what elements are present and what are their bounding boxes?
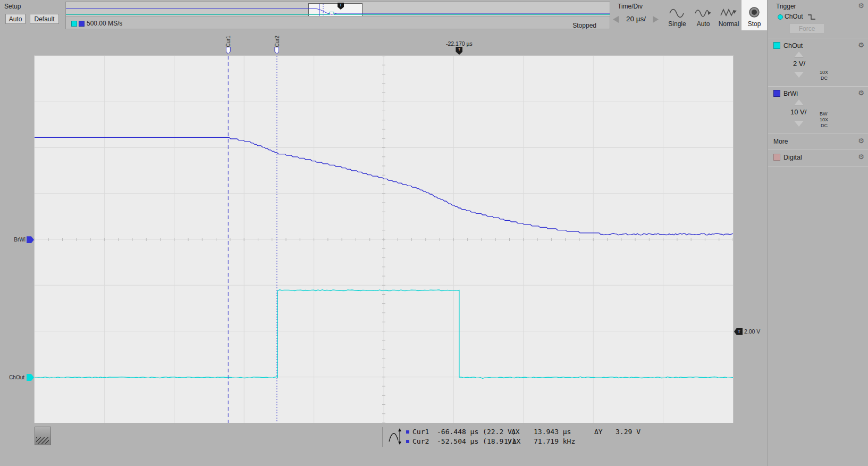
timediv-label: Time/Div <box>618 3 643 10</box>
waveform-plot[interactable] <box>35 56 733 423</box>
timediv-value: 20 µs/ <box>626 15 646 23</box>
trigger-source-color-dot <box>778 14 783 20</box>
trigger-gear-icon[interactable]: ⚙ <box>858 2 864 9</box>
chout-badge-10x: 10X <box>820 70 828 75</box>
brwi-badge-10x: 10X <box>820 117 828 122</box>
more-gear-icon[interactable]: ⚙ <box>858 137 864 144</box>
digital-channel-swatch[interactable] <box>773 154 780 161</box>
brwi-ground-marker[interactable] <box>27 236 34 243</box>
falling-edge-icon <box>807 14 816 20</box>
trigger-position-handle[interactable]: T <box>456 47 462 55</box>
digital-gear-icon[interactable]: ⚙ <box>858 153 864 160</box>
cur1-bullet <box>406 430 409 434</box>
chout-scale-value: 2 V/ <box>793 60 805 68</box>
more-label: More <box>773 138 788 145</box>
normal-label: Normal <box>719 20 739 28</box>
cur1-name: Cur1 <box>412 428 429 436</box>
cursor2-handle[interactable] <box>274 47 279 54</box>
measurement-bar: Cur1 -66.448 µs (22.2 V) ΔX 13.943 µs ΔY… <box>0 423 768 466</box>
brwi-scale-up-arrow[interactable] <box>794 99 804 105</box>
dy-label: ΔY <box>594 428 603 436</box>
dx-value: 13.943 µs <box>534 428 571 436</box>
trigger-level-label: 2.00 V <box>744 328 760 335</box>
chout-channel-swatch[interactable] <box>773 42 780 49</box>
cursor1-handle[interactable] <box>226 47 231 54</box>
trigger-time-label: -22.170 µs <box>435 40 483 47</box>
brwi-channel-swatch[interactable] <box>773 90 780 97</box>
cur2-name: Cur2 <box>412 437 429 445</box>
sample-rate-text: 500.00 MS/s <box>87 20 122 27</box>
chout-color-swatch <box>71 21 77 27</box>
setup-label: Setup <box>4 3 21 10</box>
trigger-source-label: ChOut <box>785 13 803 20</box>
brwi-badge-bw: BW <box>820 111 828 117</box>
single-icon <box>669 8 686 19</box>
timediv-decrease-arrow[interactable] <box>613 16 619 23</box>
divider <box>382 427 383 447</box>
stop-label: Stop <box>748 20 761 28</box>
chout-scale-down-arrow[interactable] <box>794 72 804 78</box>
acquisition-status-text: Stopped <box>572 22 596 29</box>
brwi-gear-icon[interactable]: ⚙ <box>858 89 864 96</box>
cursor2-label: Cur2 <box>274 34 280 47</box>
brwi-ground-label: BrWi <box>3 237 26 243</box>
dx-label: ΔX <box>511 428 520 436</box>
auto-label: Auto <box>697 20 710 28</box>
measurement-drawer-handle[interactable] <box>35 427 51 445</box>
chout-ground-label: ChOut <box>0 375 24 380</box>
setup-auto-button[interactable]: Auto <box>5 14 26 24</box>
timediv-increase-arrow[interactable] <box>653 16 659 23</box>
stop-icon <box>748 6 761 19</box>
setup-default-button[interactable]: Default <box>30 14 59 24</box>
dy-value: 3.29 V <box>616 428 641 436</box>
fx-value: 71.719 kHz <box>534 437 575 445</box>
cursor1-label: Cur1 <box>225 34 231 47</box>
cur2-bullet <box>406 440 409 443</box>
trigger-level-handle[interactable]: T <box>734 328 743 335</box>
right-sidebar: Trigger ⚙ ChOut Force ChOut ⚙ 2 V/ 10X D… <box>768 0 868 466</box>
cursor-measure-icon[interactable] <box>387 427 404 446</box>
navigator-waveform: T <box>66 2 610 16</box>
auto-icon <box>695 8 712 19</box>
chout-ground-marker[interactable] <box>27 374 34 381</box>
chout-scale-up-arrow[interactable] <box>794 52 804 57</box>
trigger-mode-single-button[interactable]: Single <box>664 0 690 30</box>
fx-label: 1/ΔX <box>504 437 520 445</box>
brwi-scale-down-arrow[interactable] <box>794 121 804 127</box>
chout-gear-icon[interactable]: ⚙ <box>858 41 864 48</box>
trigger-panel-title: Trigger <box>776 3 796 10</box>
chout-badge-dc: DC <box>821 76 828 81</box>
normal-icon <box>720 8 737 19</box>
brwi-badge-dc: DC <box>821 123 828 128</box>
trigger-mode-auto-button[interactable]: Auto <box>690 0 716 30</box>
brwi-color-swatch <box>79 21 85 27</box>
navigator-strip: 500.00 MS/s Stopped <box>66 16 610 29</box>
digital-channel-label: Digital <box>783 154 802 161</box>
trigger-force-button[interactable]: Force <box>789 23 824 34</box>
chout-channel-label: ChOut <box>783 42 803 49</box>
svg-text:T: T <box>340 3 342 7</box>
single-label: Single <box>668 20 686 28</box>
run-stop-button[interactable]: Stop <box>741 0 767 30</box>
waveform-display-area[interactable] <box>35 56 733 423</box>
cur1-value: -66.448 µs (22.2 V) <box>437 428 516 436</box>
acquisition-navigator[interactable]: T 500.00 MS/s Stopped <box>65 2 610 29</box>
brwi-channel-label: BrWi <box>783 90 798 97</box>
brwi-scale-value: 10 V/ <box>790 108 806 116</box>
oscilloscope-app: Setup Auto Default T 500.00 MS/s Stopped… <box>0 0 868 466</box>
trigger-mode-normal-button[interactable]: Normal <box>715 0 742 30</box>
